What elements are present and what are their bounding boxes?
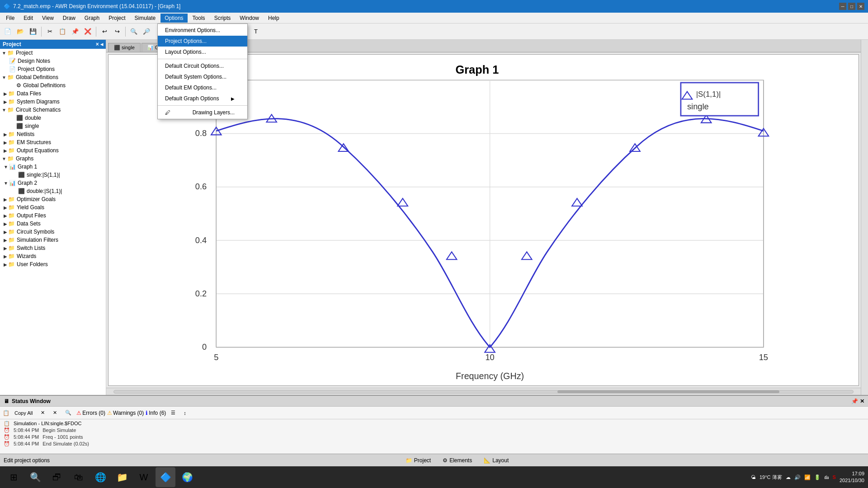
- tree-project-options[interactable]: 📄 Project Options: [0, 65, 106, 73]
- zoom-out-btn[interactable]: 🔎: [141, 26, 152, 38]
- dropdown-default-graph[interactable]: Default Graph Options ▶: [158, 93, 247, 104]
- cut-btn[interactable]: ✂: [44, 26, 56, 38]
- paste-btn[interactable]: 📌: [69, 26, 81, 38]
- tree-output-equations[interactable]: ▶ 📁 Output Equations: [0, 146, 106, 155]
- taskview-button[interactable]: 🗗: [47, 467, 67, 487]
- tree-graph2[interactable]: ▼ 📊 Graph 2: [0, 179, 106, 187]
- close-button[interactable]: ✕: [857, 3, 864, 10]
- tree-project[interactable]: ▼ 📁 Project: [0, 49, 106, 57]
- tree-wizards[interactable]: ▶ 📁 Wizards: [0, 252, 106, 260]
- clear-btn1[interactable]: ✕: [38, 409, 48, 417]
- layout-icon: 📐: [484, 457, 491, 464]
- right-scrollbar[interactable]: [861, 40, 868, 395]
- menu-window[interactable]: Window: [236, 14, 263, 23]
- search-button[interactable]: 🔍: [25, 467, 45, 487]
- menu-file[interactable]: File: [2, 14, 19, 23]
- dropdown-default-circuit[interactable]: Default Circuit Options...: [158, 61, 247, 71]
- new-btn[interactable]: 📄: [2, 26, 14, 38]
- menu-edit[interactable]: Edit: [19, 14, 37, 23]
- tree-circuit-schematics[interactable]: ▼ 📁 Circuit Schematics: [0, 106, 106, 114]
- tree-optimizer-goals[interactable]: ▶ 📁 Optimizer Goals: [0, 195, 106, 203]
- extra-btn4[interactable]: T: [250, 26, 262, 38]
- menu-scripts[interactable]: Scripts: [210, 14, 235, 23]
- dropdown-default-system[interactable]: Default System Options...: [158, 71, 247, 82]
- arrow-icon: ▼: [4, 181, 8, 186]
- save-btn[interactable]: 💾: [27, 26, 39, 38]
- menu-help[interactable]: Help: [264, 14, 283, 23]
- tree-switch-lists[interactable]: ▶ 📁 Switch Lists: [0, 244, 106, 252]
- browser-button[interactable]: 🌍: [177, 467, 197, 487]
- awr-button[interactable]: 🔷: [156, 467, 175, 487]
- tree-user-folders[interactable]: ▶ 📁 User Folders: [0, 260, 106, 268]
- tree-global-definitions[interactable]: ▼ 📁 Global Definitions: [0, 73, 106, 81]
- clock-date: 2021/10/30: [840, 477, 864, 484]
- dropdown-default-em[interactable]: Default EM Options...: [158, 82, 247, 93]
- menu-project[interactable]: Project: [104, 14, 129, 23]
- sort-btn1[interactable]: ☰: [168, 409, 179, 417]
- folder-icon: 📁: [8, 196, 15, 202]
- tab-layout[interactable]: 📐 Layout: [480, 456, 513, 465]
- tree-single[interactable]: ⬛ single: [0, 122, 106, 130]
- explorer-button[interactable]: 📁: [112, 467, 132, 487]
- filter-btn[interactable]: 🔍: [62, 409, 75, 417]
- menu-tools[interactable]: Tools: [189, 14, 209, 23]
- undo-btn[interactable]: ↩: [99, 26, 110, 38]
- folder-icon: 📁: [8, 229, 15, 235]
- menu-graph[interactable]: Graph: [80, 14, 104, 23]
- clear-btn2[interactable]: ✕: [50, 409, 60, 417]
- sort-btn2[interactable]: ↕: [180, 409, 189, 417]
- tree-global-def-item[interactable]: ⚙ Global Definitions: [0, 81, 106, 89]
- scroll-thumb[interactable]: [557, 390, 779, 393]
- tree-netlists[interactable]: ▶ 📁 Netlists: [0, 130, 106, 138]
- svg-text:|S(1,1)|: |S(1,1)|: [696, 90, 721, 99]
- zoom-in-btn[interactable]: 🔍: [128, 26, 140, 38]
- arrow-icon: ▶: [4, 262, 7, 267]
- tree-system-diagrams[interactable]: ▶ 📁 System Diagrams: [0, 98, 106, 106]
- start-button[interactable]: ⊞: [4, 467, 24, 487]
- tree-data-sets[interactable]: ▶ 📁 Data Sets: [0, 220, 106, 228]
- redo-btn[interactable]: ↪: [111, 26, 123, 38]
- delete-btn[interactable]: ❌: [82, 26, 94, 38]
- status-pin[interactable]: 📌: [851, 398, 858, 404]
- tab-elements[interactable]: ⚙ Elements: [439, 456, 476, 465]
- copy-all-button[interactable]: Copy All: [11, 409, 36, 417]
- menu-view[interactable]: View: [38, 14, 58, 23]
- tab-single[interactable]: ⬛ single: [108, 43, 141, 52]
- dropdown-drawing-layers[interactable]: 🖊 Drawing Layers...: [158, 107, 247, 118]
- tree-circuit-symbols[interactable]: ▶ 📁 Circuit Symbols: [0, 228, 106, 236]
- tab-project[interactable]: 📁 Project: [401, 456, 435, 465]
- tree-label: Circuit Symbols: [17, 229, 54, 235]
- tree-output-files[interactable]: ▶ 📁 Output Files: [0, 211, 106, 220]
- tree-label: Switch Lists: [17, 245, 45, 251]
- copy-btn[interactable]: 📋: [57, 26, 68, 38]
- maximize-button[interactable]: □: [848, 3, 855, 10]
- store-button[interactable]: 🛍: [69, 467, 89, 487]
- menu-draw[interactable]: Draw: [59, 14, 80, 23]
- arrow-icon: ▶: [4, 230, 7, 235]
- dropdown-project-options[interactable]: Project Options...: [158, 36, 247, 47]
- sidebar-close[interactable]: × ◂: [96, 41, 103, 47]
- dropdown-layout-options[interactable]: Layout Options...: [158, 47, 247, 57]
- bottom-bar: Edit project options 📁 Project ⚙ Element…: [0, 454, 868, 466]
- menu-options[interactable]: Options: [160, 14, 187, 23]
- tree-graph1[interactable]: ▼ 📊 Graph 1: [0, 163, 106, 171]
- tree-label: Netlists: [17, 131, 34, 137]
- edge-button[interactable]: 🌐: [90, 467, 110, 487]
- word-button[interactable]: W: [134, 467, 154, 487]
- status-close[interactable]: ✕: [860, 398, 864, 404]
- tree-simulation-filters[interactable]: ▶ 📁 Simulation Filters: [0, 236, 106, 244]
- menu-simulate[interactable]: Simulate: [131, 14, 160, 23]
- tree-graph1-trace[interactable]: ⬛ single:|S(1,1)|: [0, 171, 106, 179]
- open-btn[interactable]: 📂: [14, 26, 26, 38]
- tree-double[interactable]: ⬛ double: [0, 114, 106, 122]
- horizontal-scrollbar[interactable]: [106, 388, 861, 395]
- dropdown-environment-options[interactable]: Environment Options...: [158, 25, 247, 36]
- tree-graph2-trace[interactable]: ⬛ double:|S(1,1)|: [0, 187, 106, 195]
- minimize-button[interactable]: ─: [839, 3, 846, 10]
- tree-em-structures[interactable]: ▶ 📁 EM Structures: [0, 138, 106, 146]
- tree-data-files[interactable]: ▶ 📁 Data Files: [0, 89, 106, 98]
- tree-design-notes[interactable]: 📝 Design Notes: [0, 57, 106, 65]
- tree-graphs[interactable]: ▼ 📁 Graphs: [0, 155, 106, 163]
- info-badge: ℹ Info (6): [146, 410, 166, 416]
- tree-yield-goals[interactable]: ▶ 📁 Yield Goals: [0, 203, 106, 211]
